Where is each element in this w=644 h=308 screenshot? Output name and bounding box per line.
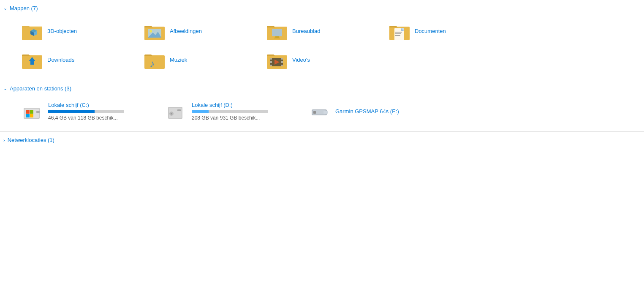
folder-label-3d-objecten: 3D-objecten (47, 28, 77, 34)
svg-rect-12 (274, 38, 280, 38)
folder-icon-afbeeldingen (144, 20, 166, 42)
svg-rect-19 (395, 35, 400, 36)
drive-item-c-drive[interactable]: Lokale schijf (C:) 46,4 GB van 118 GB be… (17, 97, 160, 125)
apparaten-chevron: ⌄ (3, 86, 7, 91)
drive-icon-d-drive (165, 100, 187, 122)
folder-icon-videos (266, 49, 288, 71)
folder-item-videos[interactable]: Video's (262, 45, 384, 74)
mappen-chevron: ⌄ (3, 5, 7, 11)
svg-rect-26 (270, 58, 272, 60)
folder-label-muziek: Muziek (170, 57, 187, 63)
svg-point-8 (149, 30, 152, 33)
drive-icon-c-drive (21, 100, 43, 122)
folder-label-downloads: Downloads (47, 57, 74, 63)
folder-icon-muziek: ♪ (144, 49, 166, 71)
svg-rect-38 (30, 114, 33, 117)
folder-icon-downloads (21, 49, 43, 71)
drive-name-e-drive: Garmin GPSMAP 64s (E:) (335, 108, 399, 114)
folder-item-downloads[interactable]: Downloads (17, 45, 139, 74)
svg-rect-27 (270, 61, 272, 63)
svg-point-44 (171, 113, 172, 114)
drive-item-d-drive[interactable]: Lokale schijf (D:) 208 GB van 931 GB bes… (160, 97, 304, 125)
folder-label-videos: Video's (292, 57, 310, 63)
drive-bar-fill-d-drive (192, 110, 209, 113)
folder-item-bureaublad[interactable]: Bureaublad (262, 16, 384, 45)
folder-item-3d-objecten[interactable]: 3D-objecten (17, 16, 139, 45)
svg-text:♪: ♪ (149, 58, 155, 69)
svg-rect-29 (281, 58, 283, 60)
svg-rect-35 (26, 110, 30, 114)
apparaten-label: Apparaten en stations (3) (10, 85, 71, 92)
folder-icon-bureaublad (266, 20, 288, 42)
svg-rect-30 (281, 61, 283, 63)
folder-icon-3d-objecten (21, 20, 43, 42)
network-header[interactable]: › Netwerklocaties (1) (0, 135, 644, 146)
folder-item-muziek[interactable]: ♪ Muziek (139, 45, 262, 74)
folder-label-afbeeldingen: Afbeeldingen (170, 28, 202, 34)
mappen-content: 3D-objecten Afbeeldingen Bureaublad (0, 14, 644, 78)
svg-rect-47 (323, 111, 328, 114)
drive-bar-bg-c-drive (48, 110, 124, 113)
svg-rect-22 (144, 55, 165, 69)
drive-info-d-drive: Lokale schijf (D:) 208 GB van 931 GB bes… (192, 102, 268, 121)
drive-name-d-drive: Lokale schijf (D:) (192, 102, 268, 108)
drive-info-e-drive: Garmin GPSMAP 64s (E:) (335, 108, 399, 114)
svg-rect-10 (272, 29, 282, 36)
folder-item-documenten[interactable]: Documenten (384, 16, 507, 45)
svg-rect-11 (275, 36, 279, 38)
network-label: Netwerklocaties (1) (8, 137, 54, 143)
drive-name-c-drive: Lokale schijf (C:) (48, 102, 124, 108)
svg-rect-37 (26, 114, 30, 117)
folder-item-afbeeldingen[interactable]: Afbeeldingen (139, 16, 262, 45)
svg-rect-39 (36, 111, 40, 113)
folder-label-documenten: Documenten (415, 28, 446, 34)
svg-rect-48 (313, 111, 316, 114)
mappen-section: ⌄ Mappen (7) 3D-objecten Afbeeldinge (0, 0, 644, 80)
drive-bar-fill-c-drive (48, 110, 95, 113)
network-chevron: › (3, 138, 5, 143)
svg-rect-42 (177, 109, 181, 111)
drive-bar-bg-d-drive (192, 110, 268, 113)
svg-rect-31 (281, 65, 283, 66)
folder-icon-documenten (389, 20, 410, 42)
drive-icon-e-drive (308, 100, 330, 122)
svg-rect-1 (22, 26, 42, 27)
svg-rect-18 (395, 33, 401, 34)
mappen-header[interactable]: ⌄ Mappen (7) (0, 3, 644, 14)
network-section: › Netwerklocaties (1) (0, 132, 644, 147)
svg-rect-17 (395, 32, 402, 33)
mappen-label: Mappen (7) (10, 5, 38, 11)
folder-label-bureaublad: Bureaublad (292, 28, 321, 34)
apparaten-section: ⌄ Apparaten en stations (3) Lokale schij… (0, 80, 644, 132)
drive-size-d-drive: 208 GB van 931 GB beschik... (192, 115, 268, 121)
drive-size-c-drive: 46,4 GB van 118 GB beschik... (48, 115, 124, 121)
svg-rect-28 (270, 65, 272, 66)
drive-item-e-drive[interactable]: Garmin GPSMAP 64s (E:) (304, 97, 448, 125)
drives-content: Lokale schijf (C:) 46,4 GB van 118 GB be… (0, 94, 644, 130)
svg-rect-36 (30, 110, 33, 114)
apparaten-header[interactable]: ⌄ Apparaten en stations (3) (0, 84, 644, 94)
drive-info-c-drive: Lokale schijf (C:) 46,4 GB van 118 GB be… (48, 102, 124, 121)
